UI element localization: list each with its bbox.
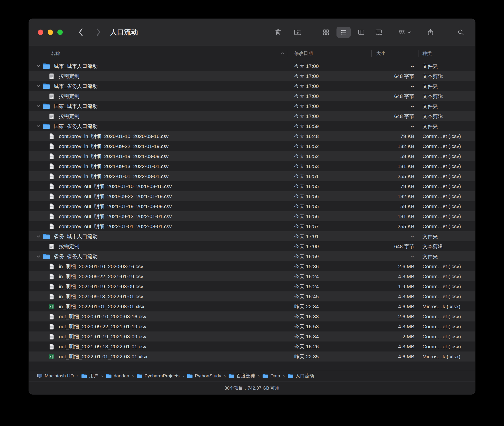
disclosure-chevron-icon[interactable] (35, 235, 42, 238)
name-cell: cont2prov_in_明细_2022-01-01_2022-08-01.cs… (29, 173, 288, 180)
file-size: 648 字节 (371, 113, 419, 120)
file-row[interactable]: cont2prov_out_明细_2020-09-22_2021-01-19.c… (29, 191, 475, 201)
column-header-size[interactable]: 大小 (371, 46, 419, 61)
file-row[interactable]: out_明细_2020-01-10_2020-03-16.csv今天 16:38… (29, 311, 475, 321)
name-cell: in_明细_2020-01-10_2020-03-16.csv (29, 263, 288, 270)
disclosure-chevron-icon[interactable] (35, 65, 42, 67)
file-size: 4.3 MB (371, 274, 419, 279)
forward-button[interactable] (95, 28, 101, 36)
file-row[interactable]: 国家_城市人口流动今天 17:00--文件夹 (29, 101, 475, 111)
path-item[interactable]: PythonStudy (187, 373, 221, 379)
name-cell: 国家_城市人口流动 (29, 103, 288, 110)
file-name: 国家_城市人口流动 (54, 103, 98, 110)
close-button[interactable] (38, 30, 43, 35)
file-kind: 文件夹 (419, 123, 475, 130)
disclosure-chevron-icon[interactable] (35, 125, 42, 128)
status-bar: 30个项目，742.37 GB 可用 (29, 382, 475, 394)
file-row[interactable]: in_明细_2022-01-01_2022-08-01.xlsx昨天 22:34… (29, 301, 475, 311)
file-row[interactable]: in_明细_2020-01-10_2020-03-16.csv今天 15:362… (29, 261, 475, 271)
file-size: -- (371, 254, 419, 259)
file-row[interactable]: in_明细_2020-09-22_2021-01-19.csv今天 16:244… (29, 271, 475, 281)
path-item[interactable]: Data (262, 373, 280, 379)
file-row[interactable]: cont2prov_out_明细_2021-09-13_2022-01-01.c… (29, 211, 475, 221)
window-title: 人口流动 (110, 28, 138, 37)
name-cell: in_明细_2020-09-22_2021-01-19.csv (29, 273, 288, 280)
clipping-icon (47, 73, 56, 79)
file-row[interactable]: cont2prov_out_明细_2021-01-19_2021-03-09.c… (29, 201, 475, 211)
file-row[interactable]: in_明细_2021-01-19_2021-03-09.csv今天 15:241… (29, 281, 475, 291)
icon-view-icon[interactable] (319, 27, 333, 38)
path-item[interactable]: 百度迁徙 (229, 373, 255, 379)
path-item[interactable]: dandan (106, 373, 129, 379)
share-icon[interactable] (423, 27, 438, 38)
file-row[interactable]: cont2prov_in_明细_2022-01-01_2022-08-01.cs… (29, 171, 475, 181)
minimize-button[interactable] (48, 30, 53, 35)
csv-icon (47, 163, 56, 169)
file-size: 2 MB (371, 334, 419, 340)
file-size: 131 KB (371, 163, 419, 169)
column-header-kind[interactable]: 种类 (419, 46, 475, 61)
file-row[interactable]: out_明细_2021-01-19_2021-03-09.csv今天 16:34… (29, 331, 475, 341)
name-cell: cont2prov_out_明细_2021-01-19_2021-03-09.c… (29, 203, 288, 210)
file-row[interactable]: 省份_省份人口流动今天 16:59--文件夹 (29, 251, 475, 261)
file-row[interactable]: cont2prov_in_明细_2021-01-19_2021-03-09.cs… (29, 151, 475, 161)
file-row[interactable]: 按需定制今天 17:00648 字节文本剪辑 (29, 241, 475, 251)
path-item[interactable]: PycharmProjects (137, 373, 180, 379)
file-row[interactable]: cont2prov_out_明细_2022-01-01_2022-08-01.c… (29, 221, 475, 231)
file-date: 今天 16:52 (288, 153, 371, 160)
disclosure-chevron-icon[interactable] (35, 85, 42, 87)
trash-icon[interactable] (271, 27, 285, 38)
disclosure-chevron-icon[interactable] (35, 255, 42, 258)
path-item[interactable]: 用户 (81, 373, 98, 379)
column-header-date[interactable]: 修改日期 (288, 46, 371, 61)
group-button[interactable] (396, 27, 413, 38)
file-name: cont2prov_in_明细_2020-09-22_2021-01-19.cs… (59, 143, 168, 150)
file-kind: 文件夹 (419, 253, 475, 260)
name-cell: in_明细_2021-01-19_2021-03-09.csv (29, 283, 288, 290)
sort-ascending-icon (281, 52, 284, 54)
path-separator: › (283, 373, 285, 379)
file-row[interactable]: out_明细_2021-09-13_2022-01-01.csv今天 16:26… (29, 341, 475, 351)
column-view-icon[interactable] (354, 27, 368, 38)
csv-icon (47, 133, 56, 139)
file-row[interactable]: cont2prov_in_明细_2021-09-13_2022-01-01.cs… (29, 161, 475, 171)
file-kind: 文本剪辑 (419, 73, 475, 80)
file-size: 4.3 MB (371, 324, 419, 330)
list-view-icon[interactable] (336, 27, 351, 38)
zoom-button[interactable] (57, 30, 63, 35)
file-row[interactable]: 按需定制今天 17:00648 字节文本剪辑 (29, 111, 475, 121)
file-row[interactable]: in_明细_2021-09-13_2022-01-01.csv今天 16:454… (29, 291, 475, 301)
file-row[interactable]: out_明细_2022-01-01_2022-08-01.xlsx昨天 22:3… (29, 351, 475, 362)
back-button[interactable] (78, 28, 84, 36)
file-row[interactable]: 按需定制今天 17:00648 字节文本剪辑 (29, 91, 475, 101)
file-kind: Comm…et (.csv) (419, 203, 475, 209)
folder-icon (42, 103, 51, 109)
file-row[interactable]: 省份_城市人口流动今天 17:01--文件夹 (29, 231, 475, 241)
gallery-view-icon[interactable] (372, 27, 386, 38)
path-item[interactable]: Macintosh HD (37, 373, 74, 379)
name-cell: 按需定制 (29, 93, 288, 100)
file-row[interactable]: 按需定制今天 17:00648 字节文本剪辑 (29, 71, 475, 81)
file-row[interactable]: 城市_省份人口流动今天 17:00--文件夹 (29, 81, 475, 91)
new-folder-icon[interactable] (291, 27, 305, 38)
file-date: 今天 16:51 (288, 173, 371, 180)
file-row[interactable]: cont2prov_in_明细_2020-01-10_2020-03-16.cs… (29, 131, 475, 141)
search-icon[interactable] (454, 27, 468, 38)
name-cell: 城市_城市人口流动 (29, 63, 288, 70)
file-name: in_明细_2020-09-22_2021-01-19.csv (59, 273, 143, 280)
file-name: out_明细_2020-09-22_2021-01-19.csv (59, 323, 146, 330)
file-row[interactable]: out_明细_2020-09-22_2021-01-19.csv今天 16:53… (29, 321, 475, 331)
name-cell: out_明细_2020-01-10_2020-03-16.csv (29, 313, 288, 320)
file-row[interactable]: 国家_省份人口流动今天 16:59--文件夹 (29, 121, 475, 131)
column-header-name[interactable]: 名称 (29, 50, 288, 57)
file-date: 今天 16:57 (288, 223, 371, 230)
file-name: 城市_城市人口流动 (54, 63, 98, 70)
file-row[interactable]: cont2prov_in_明细_2020-09-22_2021-01-19.cs… (29, 141, 475, 151)
path-item[interactable]: 人口流动 (288, 373, 314, 379)
file-name: cont2prov_out_明细_2021-09-13_2022-01-01.c… (59, 213, 172, 220)
file-row[interactable]: cont2prov_out_明细_2020-01-10_2020-03-16.c… (29, 181, 475, 191)
disclosure-chevron-icon[interactable] (35, 105, 42, 107)
name-cell: out_明细_2022-01-01_2022-08-01.xlsx (29, 353, 288, 360)
file-size: 132 KB (371, 143, 419, 149)
file-row[interactable]: 城市_城市人口流动今天 17:00--文件夹 (29, 61, 475, 71)
